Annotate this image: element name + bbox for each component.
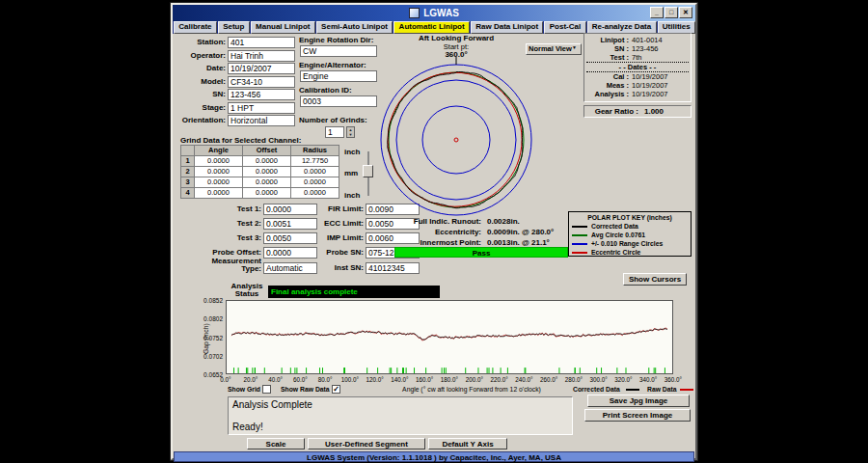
- pass-status-badge: Pass: [394, 247, 568, 258]
- info-test-value: 7th: [629, 53, 641, 62]
- fir-limit-label: FIR Limit:: [308, 204, 364, 215]
- x-tick-label: 80.0°: [312, 376, 338, 383]
- grinds-stepper[interactable]: ▲▼: [346, 126, 355, 138]
- minimize-icon[interactable]: _: [650, 7, 664, 18]
- status-bar: LGWAS System (Version: 1.1.1018 ) by Cap…: [174, 451, 694, 462]
- test2-row: Test 2: 0.0051: [202, 218, 317, 230]
- orientation-label: Orientation:: [175, 115, 226, 126]
- number-of-grinds-field[interactable]: 1: [325, 126, 344, 138]
- x-tick-label: 160.0°: [412, 376, 437, 383]
- inst-sn-field[interactable]: 41012345: [366, 262, 420, 274]
- tab-manual-linipot[interactable]: Manual Linipot: [251, 21, 315, 34]
- x-axis-ticks: 0.0°20.0°40.0°60.0°80.0°100.0°120.0°140.…: [226, 376, 673, 384]
- date-label: Date:: [175, 63, 226, 74]
- tab-setup[interactable]: Setup: [218, 21, 250, 34]
- key-avg-label: Avg Circle 0.0761: [591, 231, 645, 239]
- model-row: Model: CF34-10: [175, 76, 296, 88]
- key-corrected-label: Corrected Data: [591, 222, 638, 231]
- x-tick-label: 280.0°: [561, 376, 586, 383]
- engine-alternator-field[interactable]: Engine: [300, 70, 377, 82]
- x-tick-label: 260.0°: [536, 376, 561, 383]
- chevron-down-icon[interactable]: ▼: [572, 44, 577, 50]
- date-field[interactable]: 10/19/2007: [228, 63, 295, 74]
- analysis-date-label: Analysis :: [586, 90, 629, 98]
- title-bar[interactable]: LGWAS _ □ ✕: [173, 5, 695, 21]
- calibration-id-field[interactable]: 0003: [300, 95, 377, 107]
- scale-button[interactable]: Scale: [247, 438, 305, 449]
- app-icon: [409, 8, 420, 18]
- station-field[interactable]: 401: [228, 37, 295, 48]
- tab-automatic-linipot[interactable]: Automatic Linipot: [393, 21, 470, 34]
- engine-rotation-field[interactable]: CW: [300, 45, 377, 57]
- x-tick-label: 320.0°: [610, 376, 636, 383]
- operator-label: Operator:: [175, 50, 226, 62]
- legend-raw-label: Raw Data: [647, 385, 677, 394]
- tab-post-cal[interactable]: Post-Cal: [544, 21, 585, 34]
- x-tick-label: 220.0°: [487, 376, 512, 383]
- show-raw-data-checkbox[interactable]: ✓: [332, 385, 340, 394]
- imp-limit-label: IMP Limit:: [308, 232, 364, 244]
- unit-mm-label: mm: [344, 168, 358, 179]
- polar-title: Aft Looking Forward: [379, 35, 533, 42]
- x-tick-label: 120.0°: [363, 376, 388, 383]
- sn-row: SN: 123-456: [175, 89, 296, 100]
- key-eccentric-label: Eccentric Circle: [591, 248, 640, 257]
- print-screen-button[interactable]: Print Screen Image: [584, 409, 691, 422]
- linipot-value: 401-0014: [629, 36, 663, 44]
- polar-plot[interactable]: [371, 55, 541, 219]
- meas-date-value: 10/19/2007: [629, 81, 668, 90]
- legend-raw-swatch: [680, 389, 693, 391]
- save-jpg-button[interactable]: Save Jpg Image: [587, 395, 690, 407]
- y-tick-label: 0.0852: [190, 297, 223, 304]
- corrected-data-swatch: [572, 226, 587, 228]
- show-cursors-button[interactable]: Show Cursors: [623, 273, 687, 286]
- x-tick-label: 340.0°: [636, 376, 661, 383]
- stage-row: Stage: 1 HPT: [175, 102, 296, 114]
- app-window: LGWAS _ □ ✕ Calibrate Setup Manual Linip…: [171, 3, 697, 460]
- measurement-type-label: Measurement Type:: [200, 258, 261, 273]
- maximize-icon[interactable]: □: [665, 7, 678, 18]
- stage-label: Stage:: [175, 102, 226, 114]
- offset-cell[interactable]: 0.0000: [242, 187, 291, 199]
- polar-plot-key: POLAR PLOT KEY (inches) Corrected Data A…: [568, 211, 692, 257]
- info-test-label: Test :: [586, 53, 629, 62]
- table-row: 4 0.0000 0.0000 0.0000: [181, 188, 339, 199]
- desktop-background: { "accents":{"active_tab":"#f2ee00","pas…: [0, 0, 868, 463]
- y-tick-label: 0.0802: [190, 315, 223, 322]
- show-grid-checkbox[interactable]: [262, 385, 271, 394]
- tab-raw-data-linipot[interactable]: Raw Data Linipot: [471, 21, 544, 34]
- orientation-field[interactable]: Horizontal: [228, 115, 295, 126]
- angle-axis-label: Angle (° cw aft looking Forward from 12 …: [380, 385, 563, 394]
- x-tick-label: 240.0°: [511, 376, 536, 383]
- operator-field[interactable]: Hai Trinh: [228, 50, 295, 62]
- x-tick-label: 20.0°: [238, 376, 263, 383]
- tab-semi-auto-linipot[interactable]: Semi-Auto Linipot: [316, 21, 393, 34]
- angle-cell[interactable]: 0.0000: [194, 187, 243, 199]
- x-tick-label: 140.0°: [387, 376, 412, 383]
- gap-strip-chart[interactable]: [226, 300, 673, 374]
- model-field[interactable]: CF34-10: [228, 76, 295, 88]
- ecc-limit-label: ECC Limit:: [308, 218, 364, 230]
- close-icon[interactable]: ✕: [679, 7, 692, 18]
- test3-row: Test 3: 0.0050: [202, 232, 317, 244]
- x-tick-label: 200.0°: [462, 376, 487, 383]
- sn-field[interactable]: 123-456: [228, 89, 295, 100]
- test3-label: Test 3:: [202, 232, 261, 244]
- default-y-axis-button[interactable]: Default Y Axis: [428, 438, 507, 449]
- radius-cell[interactable]: 0.0000: [290, 187, 339, 199]
- analysis-status-indicator: Final analysis complete: [268, 286, 440, 298]
- gear-ratio-value: 1.000: [638, 106, 664, 117]
- stage-field[interactable]: 1 HPT: [228, 102, 295, 114]
- inst-sn-label: Inst SN:: [308, 262, 364, 274]
- cal-date-value: 10/19/2007: [629, 72, 668, 81]
- test1-row: Test 1: 0.0000: [202, 204, 317, 215]
- window-title: LGWAS: [423, 8, 459, 18]
- station-row: Station: 401: [175, 37, 296, 48]
- y-axis-ticks: 0.08520.08020.07520.07020.0652: [190, 300, 223, 374]
- eccentric-circle-swatch: [572, 252, 587, 254]
- user-defined-segment-button[interactable]: User-Defined Segment: [308, 438, 425, 449]
- meas-date-label: Meas :: [586, 81, 629, 90]
- inst-sn-row: Inst SN: 41012345: [308, 262, 420, 274]
- tab-calibrate[interactable]: Calibrate: [174, 21, 217, 34]
- y-tick-label: 0.0752: [190, 335, 223, 341]
